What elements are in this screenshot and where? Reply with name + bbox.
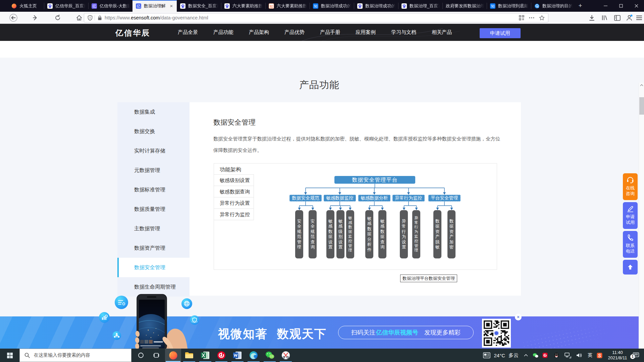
tab-firefox-home[interactable]: 火狐主页	[0, 0, 44, 12]
tab-active-data-governance[interactable]: 亿 数据治理解决 ×	[132, 0, 177, 12]
account-icon[interactable]	[625, 13, 634, 22]
qr-scan-icon[interactable]	[519, 15, 524, 20]
tab-zhihu-six-elements[interactable]: 知 六大要素助推数	[265, 0, 310, 12]
back-to-top-button[interactable]	[623, 260, 638, 275]
reload-icon[interactable]	[53, 13, 62, 22]
tab-baidu-governance[interactable]: 数据治理_百度百	[398, 0, 442, 12]
library-icon[interactable]	[600, 13, 609, 22]
diagram-leaf-sensitive-level-setting: 敏感级别设置	[336, 210, 344, 258]
taskbar-app-excel[interactable]	[197, 349, 213, 362]
web-page-content: 产品功能 数据集成 数据交换 实时计算存储 元数据管理 数据标准管理 数据质量管…	[0, 41, 644, 349]
windows-taskbar: 在这里输入你要搜索的内容 24°C 多云 英 11:40 2021/8/11 1	[0, 349, 644, 362]
taskbar-search-box[interactable]: 在这里输入你要搜索的内容	[19, 349, 131, 362]
sidebar-item-data-exchange[interactable]: 数据交换	[117, 122, 190, 141]
taskbar-app-explorer[interactable]	[181, 349, 197, 362]
tab-title: 数据治理到底能	[498, 3, 528, 9]
tab-close-icon[interactable]: ×	[169, 3, 174, 9]
sidebar-item-data-quality-management[interactable]: 数据质量管理	[117, 199, 190, 219]
taskbar-app-wechat[interactable]	[262, 349, 278, 362]
scrollbar-up-arrow[interactable]	[639, 84, 644, 86]
cortana-button[interactable]	[133, 349, 148, 362]
tab-baidu-security[interactable]: 数据安全_百度百	[177, 0, 221, 12]
tray-wechat-icon[interactable]	[533, 353, 538, 358]
tray-sogou-icon[interactable]	[597, 353, 602, 358]
downloads-icon[interactable]	[587, 13, 596, 22]
globe-icon	[181, 298, 192, 309]
nav-item-product-architecture[interactable]: 产品架构	[249, 29, 269, 36]
nav-item-learning-docs[interactable]: 学习与文档	[391, 29, 416, 36]
tab-baidu-search-1[interactable]: 亿信华辰_百度搜	[44, 0, 88, 12]
menu-hamburger-icon[interactable]	[635, 13, 643, 22]
home-icon[interactable]	[74, 13, 84, 22]
tab-zhihu-what-can[interactable]: 知 数据治理到底能	[487, 0, 531, 12]
nav-item-product-features[interactable]: 产品功能	[213, 29, 233, 36]
tab-purpose[interactable]: 数据治理的目的	[531, 0, 575, 12]
nav-item-related-products[interactable]: 相关产品	[432, 29, 452, 36]
taskbar-app-word[interactable]	[229, 349, 246, 362]
contact-phone-button[interactable]: 联系电话	[623, 231, 638, 258]
edge-icon	[249, 351, 258, 360]
weather-condition[interactable]: 多云	[508, 352, 519, 359]
sidebar-item-master-data-management[interactable]: 主数据管理	[117, 219, 190, 238]
taskbar-app-edge[interactable]	[246, 349, 262, 362]
url-text[interactable]: https://www.esensoft.com/data-governance…	[105, 15, 519, 20]
nav-item-product-overview[interactable]: 产品全景	[178, 29, 198, 36]
lock-icon[interactable]	[98, 15, 102, 20]
close-window-button[interactable]	[629, 0, 644, 12]
banner-close-icon[interactable]: ×	[515, 314, 522, 320]
task-view-button[interactable]	[149, 349, 164, 362]
tab-government[interactable]: 政府要发挥数据治理	[442, 0, 487, 12]
diagram-leaf-asset-encrypt: 数据资产加密	[447, 210, 455, 258]
diagram-node-security-spec: 数据安全规范	[289, 195, 322, 201]
browser-tab-bar: 火狐主页 亿信华辰_百度搜 亿 亿信华辰-大数据 亿 数据治理解决 × 数据安全…	[0, 0, 644, 12]
sidebar-item-data-standard-management[interactable]: 数据标准管理	[117, 180, 190, 199]
nav-item-product-advantages[interactable]: 产品优势	[284, 29, 305, 36]
minimize-button[interactable]	[598, 0, 613, 12]
apply-trial-button[interactable]: 申请试用	[480, 28, 521, 38]
start-button[interactable]	[0, 349, 19, 362]
tab-zhihu-success-1[interactable]: 知 数据治理成功的	[310, 0, 354, 12]
q-blue-icon	[534, 3, 540, 9]
diagram-leaf-sensitive-monitor-management: 敏感数据监控管理	[346, 210, 354, 258]
forward-icon[interactable]	[31, 13, 40, 22]
tray-chevron-up-icon[interactable]	[524, 354, 528, 357]
page-scrollbar[interactable]	[639, 83, 644, 349]
ime-indicator[interactable]: 英	[588, 352, 592, 358]
tray-netease-icon[interactable]	[542, 353, 548, 358]
taskbar-app-firefox[interactable]	[165, 349, 181, 362]
sidebars-icon[interactable]	[612, 13, 622, 22]
tab-baidu-success-2[interactable]: 数据治理成功的	[354, 0, 398, 12]
scrollbar-thumb[interactable]	[639, 97, 644, 115]
notification-center-icon[interactable]: 1	[633, 352, 639, 358]
bookmark-star-icon[interactable]	[539, 15, 545, 21]
shield-icon[interactable]	[88, 15, 93, 21]
tray-volume-icon[interactable]	[576, 353, 583, 358]
taskbar-app-netease-music[interactable]	[213, 349, 229, 362]
sidebar-item-data-asset-management[interactable]: 数据资产管理	[117, 238, 190, 258]
sidebar-item-data-security-management[interactable]: 数据安全管理	[117, 258, 190, 277]
sidebar-item-metadata-management[interactable]: 元数据管理	[117, 161, 190, 180]
url-bar[interactable]: https://www.esensoft.com/data-governance…	[84, 13, 548, 22]
news-widget-icon[interactable]	[483, 352, 490, 358]
baidu-icon	[47, 3, 53, 9]
back-icon[interactable]	[9, 13, 18, 22]
tray-network-icon[interactable]	[565, 353, 571, 358]
yixin-blue-icon: 亿	[136, 3, 141, 9]
maximize-button[interactable]	[613, 0, 629, 12]
sidebar-item-data-integration[interactable]: 数据集成	[117, 102, 190, 122]
new-tab-button[interactable]: +	[575, 0, 585, 12]
tray-qq-icon[interactable]	[554, 352, 559, 358]
nav-item-product-manual[interactable]: 产品手册	[320, 29, 340, 36]
weather-temp[interactable]: 24°C	[494, 353, 505, 358]
taskbar-clock[interactable]: 11:40 2021/8/11	[602, 350, 633, 361]
page-actions-icon[interactable]	[529, 17, 534, 18]
taskbar-app-capture-tool[interactable]	[278, 349, 294, 362]
online-consult-button[interactable]: 在线咨询	[623, 173, 638, 200]
zhihu-blue-icon: 知	[490, 3, 495, 9]
nav-item-use-cases[interactable]: 应用案例	[356, 29, 376, 36]
apply-trial-float-button[interactable]: 申请试用	[623, 202, 638, 229]
sidebar-item-realtime-compute-storage[interactable]: 实时计算存储	[117, 141, 190, 161]
tab-baidu-six-elements[interactable]: 六大要素助推数	[221, 0, 265, 12]
site-logo[interactable]: 亿信华辰	[115, 28, 150, 38]
tab-yixin-site[interactable]: 亿 亿信华辰-大数据	[88, 0, 132, 12]
